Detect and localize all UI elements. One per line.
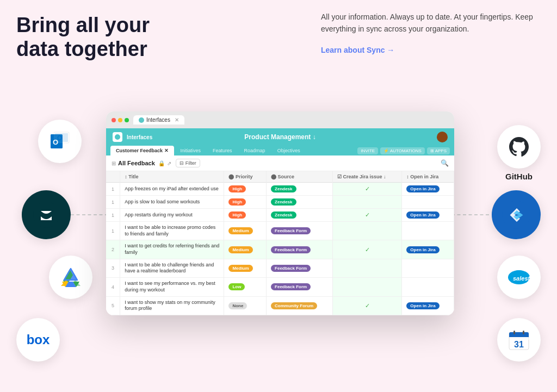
workspace-name: Interfaces <box>127 134 152 140</box>
nav-tabs-bar: Customer Feedback ✕ Initiatives Features… <box>106 146 454 155</box>
table-row: 1App is slow to load some workoutsHighZe… <box>106 196 454 209</box>
row-source: Zendesk <box>267 209 333 222</box>
svg-point-18 <box>502 201 530 229</box>
table-row: 1App restarts during my workoutHighZende… <box>106 209 454 222</box>
open-jira-badge[interactable]: Open in Jira <box>406 246 439 253</box>
search-button[interactable]: 🔍 <box>441 159 449 167</box>
window-controls <box>112 118 129 122</box>
row-open-jira: Open in Jira <box>402 209 454 222</box>
row-priority: Medium <box>224 222 267 240</box>
row-source: Zendesk <box>267 196 333 209</box>
row-open-jira: Open in Jira <box>402 240 454 259</box>
svg-text:31: 31 <box>514 340 524 349</box>
table-row: 1App freezes on my iPad after extended u… <box>106 183 454 196</box>
tab-initiatives[interactable]: Initiatives <box>175 146 207 155</box>
row-priority: Low <box>224 278 267 296</box>
row-jira-check: ✓ <box>333 209 402 222</box>
github-integration-wrap: GitHub <box>497 125 541 181</box>
feedback-table: ↕ Title ⬤ Priority ⬤ Source ☑ Create Jir… <box>106 171 454 315</box>
apps-button[interactable]: ⊞ APPS <box>427 147 450 154</box>
row-open-jira: Open in Jira <box>402 183 454 196</box>
row-open-jira <box>402 222 454 240</box>
row-priority: High <box>224 196 267 209</box>
tab-objectives[interactable]: Objectives <box>272 146 306 155</box>
svg-text:December: December <box>515 337 531 340</box>
github-icon <box>507 135 531 159</box>
tab-customer-feedback[interactable]: Customer Feedback ✕ <box>110 146 174 155</box>
main-heading-section: Bring all your data together <box>16 14 169 61</box>
description-text: All your information. Always up to date.… <box>321 11 549 35</box>
row-priority: None <box>224 296 267 315</box>
app-header-left: Interfaces <box>113 132 152 142</box>
salesforce-integration-icon: salesforce <box>497 256 541 299</box>
row-title: I want to see my performance vs. my best… <box>120 278 224 296</box>
row-open-jira <box>402 196 454 209</box>
row-num: 5 <box>106 296 120 315</box>
row-source: Community Forum <box>267 296 333 315</box>
app-screenshot: Interfaces ✕ Interfaces Product Manageme… <box>106 111 454 315</box>
svg-rect-28 <box>513 331 515 334</box>
row-source: Feedback Form <box>267 222 333 240</box>
app-header-right <box>437 132 448 142</box>
open-jira-badge[interactable]: Open in Jira <box>406 211 439 219</box>
app-logo-inner <box>115 134 120 140</box>
checkmark-icon: ✓ <box>365 302 370 309</box>
row-title: I want to show my stats on my community … <box>120 296 224 315</box>
col-jira-open-header: ↕ Open in Jira <box>402 171 454 183</box>
row-source: Zendesk <box>267 183 333 196</box>
row-jira-check <box>333 222 402 240</box>
table-area: ⊞ All Feedback 🔒 ⇗ ⊟ Filter 🔍 ↕ Title ⬤ … <box>106 155 454 315</box>
row-priority: High <box>224 209 267 222</box>
col-priority-header: ⬤ Priority <box>224 171 267 183</box>
row-num: 2 <box>106 240 120 259</box>
row-jira-check: ✓ <box>333 296 402 315</box>
share-icon: ⇗ <box>167 160 171 166</box>
open-jira-badge[interactable]: Open in Jira <box>406 302 439 309</box>
row-title: App is slow to load some workouts <box>120 196 224 209</box>
outlook-integration-icon: O O <box>38 120 82 163</box>
lock-icon: 🔒 <box>158 160 165 166</box>
col-num <box>106 171 120 183</box>
checkmark-icon: ✓ <box>365 246 370 253</box>
grid-icon: ⊞ <box>112 160 116 166</box>
tab-features[interactable]: Features <box>207 146 238 155</box>
browser-tab[interactable]: Interfaces ✕ <box>133 115 184 125</box>
nav-buttons: INVITE ⚡ AUTOMATIONS ⊞ APPS <box>357 147 450 154</box>
browser-chrome: Interfaces ✕ <box>106 111 454 128</box>
tab-label: Interfaces <box>146 117 170 123</box>
salesforce-icon: salesforce <box>505 265 533 289</box>
close-dot <box>112 118 116 122</box>
open-jira-badge[interactable]: Open in Jira <box>406 185 439 192</box>
learn-sync-link[interactable]: Learn about Sync → <box>321 46 394 54</box>
table-row: 4I want to see my performance vs. my bes… <box>106 278 454 296</box>
row-num: 1 <box>106 209 120 222</box>
row-num: 1 <box>106 222 120 240</box>
github-label: GitHub <box>505 172 533 181</box>
table-row: 2I want to get credits for referring fri… <box>106 240 454 259</box>
table-row: 1I want to be able to increase promo cod… <box>106 222 454 240</box>
row-priority: High <box>224 183 267 196</box>
row-priority: Medium <box>224 259 267 277</box>
table-toolbar: ⊞ All Feedback 🔒 ⇗ ⊟ Filter 🔍 <box>106 155 454 171</box>
tab-close[interactable]: ✕ <box>175 117 179 123</box>
maximize-dot <box>125 118 129 122</box>
table-name: All Feedback <box>118 160 155 166</box>
row-open-jira <box>402 259 454 277</box>
row-title: I want to be able to challenge friends a… <box>120 259 224 277</box>
row-jira-check <box>333 278 402 296</box>
col-source-header: ⬤ Source <box>267 171 333 183</box>
checkmark-icon: ✓ <box>365 211 370 218</box>
invite-button[interactable]: INVITE <box>357 147 378 154</box>
tab-roadmap[interactable]: Roadmap <box>239 146 271 155</box>
automations-button[interactable]: ⚡ AUTOMATIONS <box>380 147 425 154</box>
filter-button[interactable]: ⊟ Filter <box>176 159 200 167</box>
zendesk-icon <box>33 201 60 228</box>
table-row: 5I want to show my stats on my community… <box>106 296 454 315</box>
app-header: Interfaces Product Management ↓ <box>106 128 454 146</box>
description-section: All your information. Always up to date.… <box>321 11 549 55</box>
outlook-icon: O O <box>49 131 70 152</box>
github-integration-icon <box>497 125 541 169</box>
row-source: Feedback Form <box>267 240 333 259</box>
row-source: Feedback Form <box>267 278 333 296</box>
zendesk-integration-icon <box>22 190 71 239</box>
